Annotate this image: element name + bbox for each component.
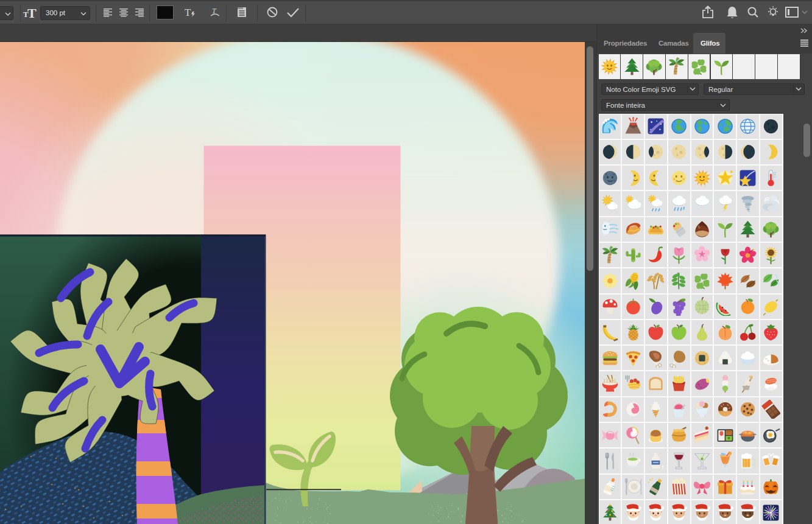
svg-text:T: T [27,5,37,19]
svg-text:T: T [185,7,191,18]
